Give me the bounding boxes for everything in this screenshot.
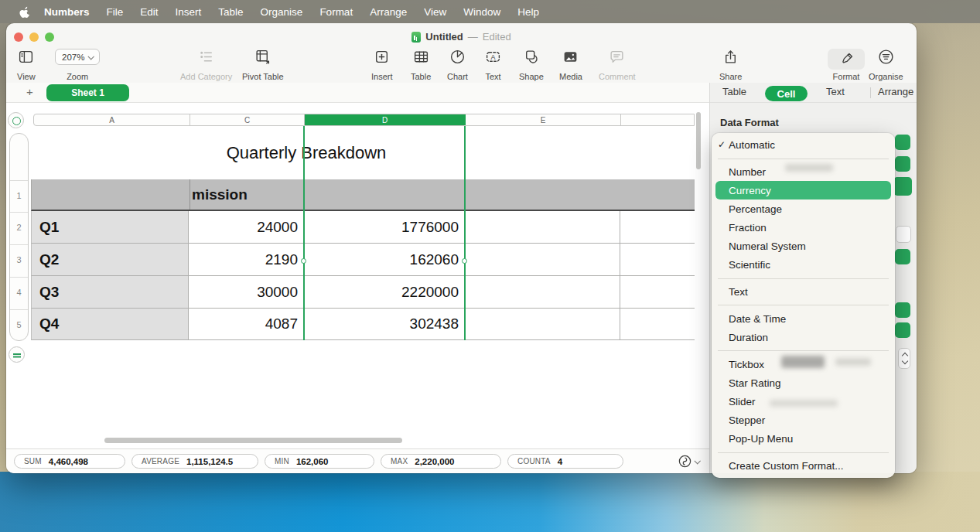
menu-option-currency-highlighted[interactable]: Currency	[715, 181, 891, 200]
insert-button[interactable]: Insert	[371, 49, 393, 81]
shape-label: Shape	[519, 72, 544, 81]
selection-handle-left[interactable]	[301, 258, 306, 264]
menu-option-tickbox[interactable]: Tickbox	[715, 355, 891, 373]
add-category-label: Add Category	[180, 72, 232, 81]
stats-options-button[interactable]	[678, 454, 699, 469]
chevron-down-icon	[88, 53, 94, 60]
cell-d4[interactable]: 2220000	[304, 276, 465, 309]
view-button[interactable]: View	[17, 49, 36, 81]
tab-divider	[870, 87, 871, 98]
menu-option-stepper[interactable]: Stepper	[715, 411, 891, 429]
menu-option-popup-menu[interactable]: Pop-Up Menu	[715, 429, 891, 448]
column-header-a[interactable]: A	[34, 114, 190, 125]
row-header-4[interactable]: 4	[10, 288, 28, 297]
cell-f4[interactable]	[620, 276, 695, 309]
header-row-label: mission	[192, 179, 248, 210]
row-header-5[interactable]: 5	[10, 320, 28, 329]
menu-item-view[interactable]: View	[415, 6, 455, 18]
row-label-cell[interactable]: Q3	[31, 276, 189, 309]
table-header-row[interactable]: mission	[31, 179, 695, 211]
cell-f2[interactable]	[620, 211, 695, 244]
row-label-cell[interactable]: Q2	[31, 244, 189, 276]
column-header-e[interactable]: E	[466, 114, 621, 125]
cell-c2[interactable]: 24000	[189, 211, 304, 244]
selection-handle-right[interactable]	[462, 258, 467, 264]
row-header-1[interactable]: 1	[10, 191, 28, 200]
add-category-button: Add Category	[180, 49, 232, 81]
table-row: Q1 24000 1776000	[31, 211, 695, 244]
menu-item-window[interactable]: Window	[455, 6, 509, 18]
sheet-tab[interactable]: Sheet 1	[46, 84, 129, 101]
tab-arrange[interactable]: Arrange	[878, 86, 913, 97]
menu-item-format[interactable]: Format	[311, 6, 361, 18]
column-header-d-selected[interactable]: D	[305, 114, 466, 125]
menu-option-star-rating[interactable]: Star Rating	[715, 373, 891, 392]
add-sheet-button[interactable]: +	[26, 85, 33, 98]
status-bar: SUM4,460,498 AVERAGE1,115,124.5 MIN162,0…	[6, 448, 709, 473]
tab-text[interactable]: Text	[826, 86, 845, 97]
menu-option-scientific[interactable]: Scientific	[715, 255, 891, 274]
menu-option-automatic[interactable]: ✓ Automatic	[715, 135, 891, 154]
organise-button[interactable]: Organise	[869, 49, 903, 81]
menu-option-numeral-system[interactable]: Numeral System	[715, 237, 891, 255]
cell-c4[interactable]: 30000	[189, 276, 304, 309]
menu-item-edit[interactable]: Edit	[131, 6, 166, 18]
menu-option-date-time[interactable]: Date & Time	[715, 309, 891, 328]
menu-option-duration[interactable]: Duration	[715, 328, 891, 346]
text-button[interactable]: A Text	[485, 49, 501, 81]
column-header-c[interactable]: C	[190, 114, 305, 125]
menu-separator	[718, 305, 889, 305]
menu-item-table[interactable]: Table	[210, 6, 251, 18]
menu-option-text[interactable]: Text	[715, 282, 891, 301]
menu-item-organise[interactable]: Organise	[252, 6, 312, 18]
media-button[interactable]: Media	[559, 49, 582, 81]
menu-option-percentage[interactable]: Percentage	[715, 200, 891, 218]
menu-item-help[interactable]: Help	[509, 6, 548, 18]
menu-option-create-custom-format[interactable]: Create Custom Format...	[715, 456, 891, 475]
hidden-popup-button	[895, 322, 910, 338]
menu-item-numbers[interactable]: Numbers	[36, 6, 98, 18]
menu-option-number[interactable]: Number	[715, 162, 891, 181]
row-header-2[interactable]: 2	[10, 223, 28, 232]
edited-badge: Edited	[483, 31, 511, 43]
menu-item-arrange[interactable]: Arrange	[361, 6, 415, 18]
menu-option-fraction[interactable]: Fraction	[715, 218, 891, 237]
column-header-partial[interactable]	[621, 114, 694, 125]
chart-button[interactable]: Chart	[447, 49, 468, 81]
cell-f5[interactable]	[620, 309, 695, 340]
cell-c5[interactable]: 4087	[189, 309, 304, 340]
table-button[interactable]: Table	[411, 49, 431, 81]
tab-table[interactable]: Table	[722, 86, 746, 97]
cell-d2[interactable]: 1776000	[304, 211, 465, 244]
share-button[interactable]: Share	[719, 49, 742, 81]
cell-e3[interactable]	[465, 244, 620, 276]
cell-e2[interactable]	[465, 211, 620, 244]
horizontal-scrollbar[interactable]	[104, 438, 402, 443]
pivot-table-button[interactable]: Pivot Table	[242, 49, 284, 81]
cell-d5[interactable]: 302438	[304, 309, 465, 340]
row-headers[interactable]: 1 2 3 4 5	[9, 133, 29, 341]
zoom-control[interactable]: 207% Zoom	[55, 49, 100, 81]
menu-item-insert[interactable]: Insert	[167, 6, 210, 18]
shape-button[interactable]: Shape	[519, 49, 544, 81]
menu-item-file[interactable]: File	[98, 6, 132, 18]
row-label-cell[interactable]: Q4	[31, 309, 189, 340]
row-label-cell[interactable]: Q1	[31, 211, 189, 244]
menu-option-slider[interactable]: Slider	[715, 392, 891, 411]
cell-d3[interactable]: 162060	[304, 244, 465, 276]
cell-c3[interactable]: 2190	[189, 244, 304, 276]
table-corner-handle[interactable]	[8, 112, 24, 128]
row-header-3[interactable]: 3	[10, 255, 28, 264]
view-label: View	[17, 72, 36, 81]
hidden-stepper	[898, 348, 910, 369]
vertical-scrollbar[interactable]	[696, 112, 701, 169]
add-row-handle[interactable]	[9, 346, 25, 363]
format-button[interactable]: Format	[828, 49, 865, 81]
table-title[interactable]: Quarterly Breakdown	[31, 126, 582, 179]
cell-f3[interactable]	[620, 244, 695, 276]
apple-menu-icon[interactable]	[12, 5, 36, 19]
tab-cell[interactable]: Cell	[765, 86, 808, 101]
cell-e4[interactable]	[465, 276, 620, 309]
hidden-popup-button	[895, 302, 910, 318]
cell-e5[interactable]	[465, 309, 620, 340]
